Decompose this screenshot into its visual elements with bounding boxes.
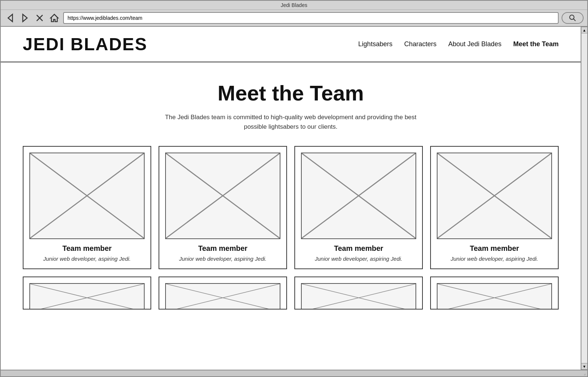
page-title: Meet the Team [23, 81, 559, 105]
team-card-1: Team member Junior web developer, aspiri… [23, 146, 151, 269]
svg-line-15 [30, 284, 144, 310]
resize-handle[interactable]: ⌟ [584, 371, 586, 376]
team-member-name-1: Team member [29, 244, 145, 253]
team-card-partial-image-1 [29, 283, 145, 310]
page-subtitle: The Jedi Blades team is committed to hig… [162, 113, 419, 131]
site-main: Meet the Team The Jedi Blades team is co… [1, 62, 581, 321]
site-header: JEDI BLADES Lightsabers Characters About… [1, 27, 581, 62]
team-card-image-4 [437, 153, 552, 239]
team-member-desc-3: Junior web developer, aspiring Jedi. [301, 255, 416, 263]
page-content: JEDI BLADES Lightsabers Characters About… [1, 27, 581, 370]
svg-point-5 [570, 15, 574, 19]
nav-about[interactable]: About Jedi Blades [448, 40, 501, 48]
svg-marker-4 [51, 14, 58, 22]
team-member-name-2: Team member [165, 244, 280, 253]
svg-line-19 [302, 284, 415, 310]
svg-marker-1 [23, 14, 27, 22]
svg-line-21 [438, 284, 551, 310]
team-card-partial-4 [430, 277, 559, 310]
team-card-partial-image-2 [165, 283, 280, 310]
scroll-down-button[interactable]: ▼ [581, 363, 587, 370]
scrollbar-track[interactable] [581, 33, 587, 363]
nav-characters[interactable]: Characters [404, 40, 436, 48]
site-logo: JEDI BLADES [23, 34, 147, 54]
team-grid-row2 [23, 277, 559, 310]
svg-line-16 [30, 284, 144, 310]
browser-window: Jedi Blades [0, 0, 588, 377]
team-card-2: Team member Junior web developer, aspiri… [159, 146, 287, 269]
nav-meet-team[interactable]: Meet the Team [513, 40, 559, 48]
address-bar[interactable] [63, 12, 559, 24]
svg-marker-0 [8, 14, 12, 22]
forward-button[interactable] [19, 12, 31, 24]
team-card-image-3 [301, 153, 416, 239]
team-card-partial-3 [294, 277, 423, 310]
browser-bottom-bar: ⌟ [1, 370, 587, 376]
back-button[interactable] [4, 12, 16, 24]
search-button[interactable] [562, 12, 584, 24]
team-card-image-1 [29, 153, 145, 239]
close-button[interactable] [34, 12, 46, 24]
scroll-up-button[interactable]: ▲ [581, 27, 587, 33]
team-member-name-4: Team member [437, 244, 552, 253]
svg-line-22 [438, 284, 551, 310]
team-card-partial-2 [159, 277, 287, 310]
team-card-partial-image-4 [437, 283, 552, 310]
svg-line-18 [166, 284, 280, 310]
svg-line-6 [574, 19, 576, 21]
team-card-3: Team member Junior web developer, aspiri… [294, 146, 423, 269]
team-member-desc-1: Junior web developer, aspiring Jedi. [29, 255, 145, 263]
nav-lightsabers[interactable]: Lightsabers [358, 40, 392, 48]
site-nav: Lightsabers Characters About Jedi Blades… [358, 40, 559, 48]
team-member-name-3: Team member [301, 244, 416, 253]
browser-viewport: JEDI BLADES Lightsabers Characters About… [1, 27, 587, 370]
team-card-image-2 [165, 153, 280, 239]
team-member-desc-2: Junior web developer, aspiring Jedi. [165, 255, 280, 263]
team-grid-row1: Team member Junior web developer, aspiri… [23, 146, 559, 269]
browser-toolbar [1, 10, 587, 27]
svg-line-20 [302, 284, 415, 310]
browser-title: Jedi Blades [281, 2, 307, 8]
scrollbar: ▲ ▼ [581, 27, 587, 370]
home-button[interactable] [48, 12, 60, 24]
team-card-partial-image-3 [301, 283, 416, 310]
team-card-4: Team member Junior web developer, aspiri… [430, 146, 559, 269]
svg-line-17 [166, 284, 280, 310]
browser-title-bar: Jedi Blades [1, 1, 587, 10]
team-member-desc-4: Junior web developer, aspiring Jedi. [437, 255, 552, 263]
team-card-partial-1 [23, 277, 151, 310]
